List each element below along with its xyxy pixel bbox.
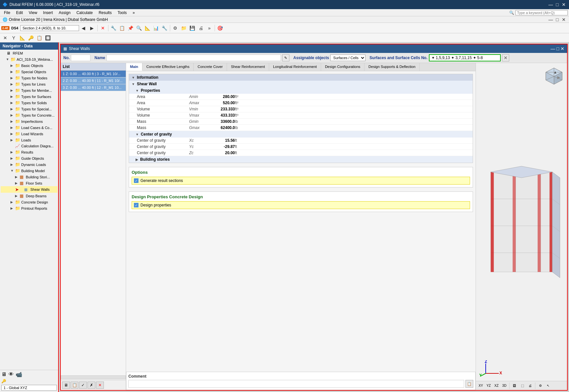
delete-btn[interactable]: ✕	[99, 24, 107, 32]
tool2[interactable]: 📋	[118, 24, 126, 32]
list-add-btn[interactable]: 🖥	[62, 382, 70, 389]
view-btn-3d[interactable]: 3D	[501, 383, 508, 389]
list-item-2[interactable]: 2 Z: 0.00 ... 40.00 ft | 11 - R_M1 10/..…	[61, 77, 126, 84]
section-info[interactable]: Section 2.4 (ASD), 8. to 10.	[20, 25, 79, 31]
online-minimize-btn[interactable]: —	[548, 17, 553, 22]
nav-item-building-model[interactable]: ▼ 📁 Building Model	[1, 168, 57, 174]
nav-item-rfem[interactable]: 🖥 RFEM	[1, 50, 57, 56]
sw-title-controls[interactable]: — □ ✕	[551, 46, 564, 51]
sw-close-btn[interactable]: ✕	[561, 46, 564, 51]
nav-item-calc-diag[interactable]: 📈 Calculation Diagra...	[1, 143, 57, 149]
tb2-btn2[interactable]: Y	[10, 34, 18, 42]
view-btn-cursor[interactable]: ↖	[545, 383, 552, 389]
tab-shear-reinf[interactable]: Shear Reinforcement	[227, 63, 269, 71]
tab-main[interactable]: Main	[126, 63, 142, 71]
tb2-btn4[interactable]: 🔑	[27, 34, 35, 42]
nav-item-dynamic-loads[interactable]: ▶ 📁 Dynamic Loads	[1, 161, 57, 168]
nav-eye-btn[interactable]: 👁	[8, 371, 14, 378]
nav-item-shear-walls[interactable]: ➤ ▦ Shear Walls	[1, 186, 57, 193]
nav-item-project[interactable]: ▼ 📁 ACI_318-19_Webina...	[1, 56, 57, 62]
menu-more[interactable]: »	[130, 10, 138, 16]
list-item-3[interactable]: 3 Z: 0.00 ... 40.00 ft | 12 - R_M1 10...	[61, 84, 126, 91]
list-scrollbar[interactable]	[61, 375, 126, 379]
tab-design-sup[interactable]: Design Supports & Deflection	[365, 63, 420, 71]
generate-result-sections-row[interactable]: ✓ Generate result sections	[132, 177, 470, 185]
sw-assignable-select[interactable]: Surfaces / Cells	[330, 55, 366, 61]
sw-surfaces-clear-btn[interactable]: ✕	[502, 54, 509, 61]
menu-edit[interactable]: Edit	[13, 10, 25, 16]
comment-input[interactable]	[128, 380, 464, 388]
menu-view[interactable]: View	[26, 10, 40, 16]
menu-results[interactable]: Results	[96, 10, 114, 16]
view-btn-xy[interactable]: XY	[477, 383, 484, 389]
tb2-btn6[interactable]: 🔲	[44, 34, 52, 42]
title-bar-controls[interactable]: — □ ✕	[548, 2, 566, 7]
maximize-btn[interactable]: □	[555, 2, 560, 7]
nav-scene-btn[interactable]: 🖥	[1, 371, 7, 378]
view-btn-render[interactable]: 🖼	[511, 383, 518, 389]
menu-assign[interactable]: Assign	[56, 10, 73, 16]
nav-item-types-members[interactable]: ▶ 📁 Types for Membe...	[1, 87, 57, 93]
sw-surfaces-value[interactable]: ✦ 1,5,9,13 ✦ 3,7,11,15 ✦ 5-8	[429, 54, 501, 61]
nav-item-special[interactable]: ▶ 📁 Special Objects	[1, 69, 57, 75]
minimize-btn[interactable]: —	[548, 2, 553, 7]
sw-minimize-btn[interactable]: —	[551, 46, 555, 51]
comment-copy-btn[interactable]: 📋	[465, 380, 473, 388]
list-check-btn[interactable]: ✓	[79, 382, 87, 389]
view-btn-print[interactable]: 🖨	[527, 383, 534, 389]
nav-item-types-concrete[interactable]: ▶ 📁 Types for Concrete...	[1, 112, 57, 118]
sw-name-edit-btn[interactable]: ✎	[282, 54, 289, 61]
info-header[interactable]: ▼ Information	[129, 74, 473, 81]
list-delete-btn[interactable]: ✕	[96, 382, 104, 389]
nav-item-types-surfaces[interactable]: ▶ 📁 Types for Surfaces	[1, 93, 57, 100]
properties-section-header[interactable]: ▼ Properties	[129, 87, 473, 94]
view-btn-wire[interactable]: ⬚	[519, 383, 526, 389]
render-btn[interactable]: 🎯	[216, 24, 224, 32]
sw-no-input[interactable]	[71, 55, 90, 61]
nav-item-load-wizards[interactable]: ▶ 📁 Load Wizards	[1, 131, 57, 137]
tab-concrete-cover[interactable]: Concrete Cover	[194, 63, 227, 71]
nav-item-imperfections[interactable]: ▶ 📁 Imperfections	[1, 118, 57, 124]
menu-tools[interactable]: Tools	[115, 10, 129, 16]
nav-next-btn[interactable]: ▶	[88, 24, 96, 32]
nav-item-guide-objects[interactable]: ▶ 📁 Guide Objects	[1, 155, 57, 161]
tb2-btn1[interactable]: ✕	[1, 34, 9, 42]
shear-wall-section-header[interactable]: ▼ Shear Wall	[129, 81, 473, 87]
list-copy-btn[interactable]: 📋	[71, 382, 78, 389]
view-btn-yz[interactable]: YZ	[485, 383, 492, 389]
tool9[interactable]: 📁	[180, 24, 188, 32]
nav-item-deep-beams[interactable]: ▶ ▦ Deep Beams	[1, 193, 57, 199]
nav-item-results[interactable]: ▶ 📁 Results	[1, 149, 57, 155]
nav-item-floor-sets[interactable]: ▶ ▦ Floor Sets	[1, 180, 57, 186]
tool7[interactable]: 🔧	[161, 24, 169, 32]
menu-file[interactable]: File	[1, 10, 13, 16]
tool11[interactable]: 🖨	[197, 24, 205, 32]
tool1[interactable]: 🔧	[110, 24, 118, 32]
menu-calculate[interactable]: Calculate	[74, 10, 95, 16]
tool10[interactable]: 💾	[188, 24, 196, 32]
building-stories-section[interactable]: ▶ Building stories	[129, 156, 473, 163]
nav-view-label[interactable]: 1 - Global XYZ	[1, 385, 57, 391]
sw-maximize-btn[interactable]: □	[557, 46, 559, 51]
online-restore-btn[interactable]: □	[555, 17, 560, 22]
menu-insert[interactable]: Insert	[41, 10, 56, 16]
nav-item-types-solids[interactable]: ▶ 📁 Types for Solids	[1, 100, 57, 106]
nav-item-types-nodes[interactable]: ▶ 📁 Types for Nodes	[1, 75, 57, 81]
list-item-1[interactable]: 1 Z: 0.00 ... 40.00 ft | 3 - R_M1 10/...	[61, 71, 126, 77]
nav-item-building-stories[interactable]: ▶ ▦ Building Stori...	[1, 174, 57, 180]
nav-prev-btn[interactable]: ◀	[80, 24, 88, 32]
nav-item-loads[interactable]: ▶ 📁 Loads	[1, 137, 57, 143]
nav-item-concrete-design[interactable]: ▶ 📁 Concrete Design	[1, 199, 57, 205]
list-check2-btn[interactable]: ✗	[88, 382, 95, 389]
online-close-btn[interactable]: ✕	[561, 17, 566, 22]
online-controls[interactable]: — □ ✕	[548, 17, 566, 22]
nav-item-printout-reports[interactable]: ▶ 📁 Printout Reports	[1, 205, 57, 211]
generate-result-checkbox[interactable]: ✓	[134, 178, 138, 183]
design-props-row[interactable]: ✓ Design properties	[132, 201, 470, 209]
nav-item-types-special[interactable]: ▶ 📁 Types for Special...	[1, 106, 57, 112]
nav-item-loadcases[interactable]: ▶ 📁 Load Cases & Co...	[1, 124, 57, 131]
search-input[interactable]	[515, 10, 568, 15]
tab-long-reinf[interactable]: Longitudinal Reinforcement	[269, 63, 321, 71]
nav-item-types-lines[interactable]: ▶ 📁 Types for Lines	[1, 81, 57, 87]
tb2-btn3[interactable]: 📐	[18, 34, 26, 42]
